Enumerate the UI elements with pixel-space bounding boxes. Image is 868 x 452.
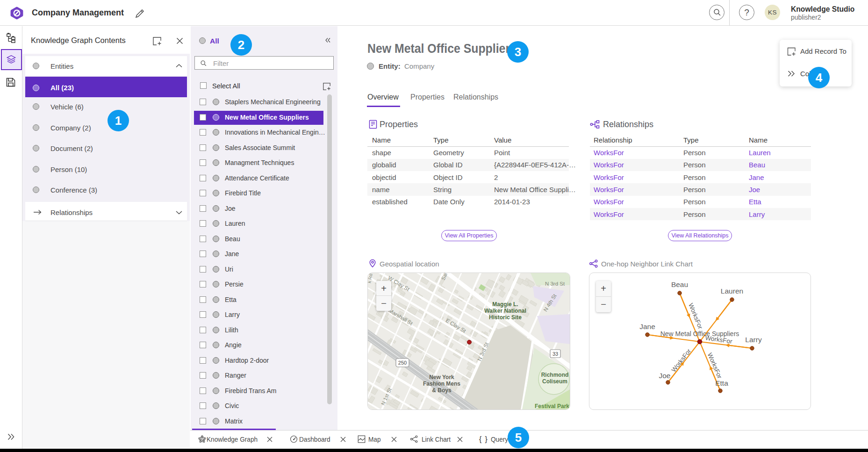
svg-text:Fashion Mens: Fashion Mens [423, 380, 460, 387]
svg-text:Beau: Beau [671, 280, 688, 288]
svg-text:WorksFor: WorksFor [687, 302, 704, 330]
svg-text:250: 250 [398, 360, 407, 366]
svg-text:New York: New York [429, 374, 454, 380]
svg-text:33: 33 [552, 351, 558, 357]
svg-text:New Metal Office Suppliers: New Metal Office Suppliers [660, 330, 739, 337]
svg-text:Walker National: Walker National [484, 308, 526, 314]
svg-text:WorksFor: WorksFor [670, 347, 693, 373]
svg-text:Historic Site: Historic Site [489, 314, 522, 321]
svg-text:Richmond: Richmond [541, 372, 569, 378]
svg-text:& Boys: & Boys [432, 387, 452, 394]
svg-text:Larry: Larry [745, 336, 762, 344]
svg-text:N 3rd St: N 3rd St [545, 281, 565, 287]
svg-text:Festival Park: Festival Park [535, 403, 569, 409]
svg-text:Maggie L.: Maggie L. [492, 301, 518, 308]
svg-text:Joe: Joe [659, 372, 671, 380]
svg-text:Jane: Jane [639, 323, 655, 330]
svg-text:Lauren: Lauren [721, 287, 743, 295]
svg-text:Coliseum: Coliseum [542, 378, 567, 385]
svg-text:Etta: Etta [715, 379, 728, 387]
svg-text:WorksFor: WorksFor [706, 352, 724, 380]
